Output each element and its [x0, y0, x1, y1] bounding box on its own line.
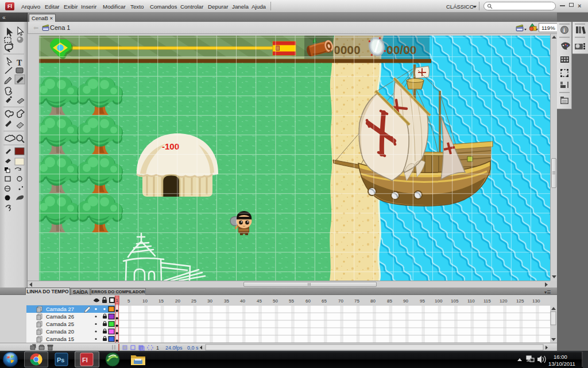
svg-text:100: 100 [435, 298, 443, 304]
svg-text:Camada 20: Camada 20 [46, 328, 74, 335]
svg-text:20: 20 [175, 298, 180, 304]
svg-text:40: 40 [240, 298, 245, 304]
svg-text:45: 45 [257, 298, 262, 304]
svg-text:0,0 s: 0,0 s [187, 345, 199, 351]
svg-text:T: T [17, 59, 22, 67]
svg-text:5: 5 [127, 298, 130, 304]
svg-text:Fl: Fl [82, 356, 88, 363]
svg-text:115: 115 [483, 298, 491, 304]
svg-text:-100: -100 [162, 141, 179, 151]
svg-text:80: 80 [370, 298, 376, 304]
svg-text:95: 95 [420, 298, 425, 304]
svg-text:00/00: 00/00 [386, 43, 417, 56]
svg-text:24.0fps: 24.0fps [165, 345, 183, 351]
svg-text:35: 35 [224, 298, 229, 304]
svg-text:110: 110 [467, 298, 475, 304]
svg-text:125: 125 [516, 298, 524, 304]
svg-text:Camada 26: Camada 26 [46, 313, 74, 320]
svg-text:25: 25 [191, 298, 196, 304]
svg-text:13/10/2011: 13/10/2011 [548, 361, 575, 367]
svg-text:Camada 27: Camada 27 [46, 306, 74, 312]
svg-text:90: 90 [403, 298, 408, 304]
svg-text:16:00: 16:00 [554, 354, 567, 360]
svg-text:1: 1 [116, 298, 119, 303]
svg-text:0000: 0000 [334, 43, 361, 56]
svg-text:Camada 25: Camada 25 [46, 321, 74, 327]
svg-text:120: 120 [500, 298, 508, 304]
svg-text:60: 60 [305, 298, 311, 304]
svg-text:i: i [563, 27, 565, 33]
svg-text:65: 65 [322, 298, 327, 304]
svg-text:30: 30 [207, 298, 212, 304]
svg-text:1: 1 [156, 345, 159, 351]
svg-text:55: 55 [289, 298, 294, 304]
svg-text:10: 10 [142, 298, 148, 304]
svg-text:130: 130 [532, 298, 540, 304]
svg-text:105: 105 [451, 298, 459, 304]
svg-text:50: 50 [273, 298, 278, 304]
svg-text:70: 70 [338, 298, 343, 304]
svg-text:15: 15 [158, 298, 164, 304]
svg-text:Ps: Ps [57, 356, 64, 363]
svg-text:85: 85 [387, 298, 392, 304]
svg-text:75: 75 [354, 298, 359, 304]
svg-text:Camada 15: Camada 15 [46, 336, 74, 342]
